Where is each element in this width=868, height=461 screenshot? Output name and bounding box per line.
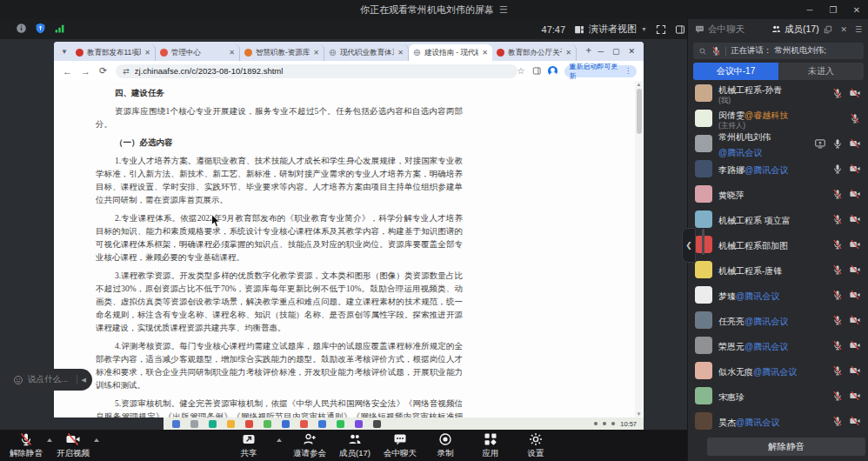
camera-off-icon[interactable] — [850, 416, 860, 426]
taskbar-app-icon[interactable] — [209, 420, 217, 428]
address-bar[interactable]: ⇄ zj.chinaafse.cn/c/2023-08-10/1892.shtm… — [116, 64, 517, 78]
browser-profile-icon[interactable] — [548, 66, 557, 76]
muted-mic-icon[interactable] — [850, 113, 860, 124]
camera-off-icon[interactable] — [850, 189, 860, 199]
taskbar-app-icon[interactable] — [318, 420, 326, 428]
title-menu-icon[interactable]: ☰ — [499, 4, 508, 16]
taskbar-app-icon[interactable] — [282, 420, 290, 428]
tab-chat[interactable]: 会中聊天 — [695, 23, 744, 36]
tab-members[interactable]: 成员(17) — [771, 23, 819, 36]
camera-off-icon[interactable] — [850, 264, 860, 275]
protection-shield-icon[interactable] — [35, 23, 46, 34]
unmute-button[interactable]: 解除静音 — [707, 438, 865, 456]
participant-row[interactable]: 机械工程系-唐锋 — [688, 257, 868, 282]
apps-button[interactable]: 应用 — [473, 431, 508, 459]
chat-button[interactable]: 会中聊天 — [383, 431, 417, 459]
taskbar-app-icon[interactable] — [264, 420, 271, 428]
view-mode-selector[interactable]: 演讲者视图 ▼ — [574, 23, 647, 36]
fullscreen-icon[interactable] — [656, 24, 666, 35]
tab-close-icon[interactable]: ✕ — [397, 49, 404, 57]
tab-close-icon[interactable]: ✕ — [144, 49, 150, 57]
taskbar-app-icon[interactable] — [245, 420, 253, 428]
camera-off-icon[interactable] — [850, 340, 860, 351]
share-button[interactable]: 共享 — [231, 431, 266, 459]
taskbar-app-icon[interactable] — [172, 420, 180, 428]
page-scrollbar[interactable]: ▲ ▼ — [635, 81, 643, 418]
maximize-button[interactable]: ❐ — [825, 5, 841, 15]
message-placeholder[interactable]: 说点什么... — [28, 374, 68, 385]
tab-close-icon[interactable]: ✕ — [482, 49, 488, 57]
participant-row[interactable]: 李路娜@腾讯会议 — [688, 156, 868, 181]
scroll-down-icon[interactable]: ▼ — [635, 411, 643, 417]
taskbar-app-icon[interactable] — [300, 420, 308, 428]
tab-search-chevron-icon[interactable]: ▼ — [61, 48, 68, 56]
members-button[interactable]: 成员(17) — [337, 431, 372, 459]
muted-mic-icon[interactable] — [832, 239, 843, 250]
tab-not-joined[interactable]: 未进入 — [778, 63, 864, 80]
tab-close-icon[interactable]: ✕ — [229, 49, 235, 57]
camera-off-icon[interactable] — [850, 138, 860, 149]
camera-off-icon[interactable] — [850, 88, 860, 98]
record-button[interactable]: 录制 — [428, 431, 463, 459]
camera-off-icon[interactable] — [850, 315, 860, 325]
search-icon[interactable] — [698, 47, 707, 56]
taskbar-app-icon[interactable] — [190, 420, 198, 428]
chrome-update-chip[interactable]: 重新启动即可更新 ⋮ — [564, 65, 638, 77]
muted-mic-icon[interactable] — [832, 315, 843, 325]
close-button[interactable]: ✕ — [849, 5, 865, 15]
kebab-menu-icon[interactable]: ⋮ — [624, 67, 631, 75]
reload-icon[interactable]: ⟳ — [99, 65, 107, 77]
camera-off-icon[interactable] — [850, 290, 860, 300]
meeting-info-icon[interactable] — [16, 23, 27, 34]
participant-row[interactable]: 宋惠珍 — [688, 383, 868, 408]
participant-row[interactable]: 梦臻@腾讯会议 — [688, 282, 868, 307]
quick-message-bubble[interactable]: 说点什么... ◀ — [7, 369, 92, 391]
muted-mic-icon[interactable] — [832, 189, 843, 199]
muted-mic-icon[interactable] — [832, 391, 843, 401]
browser-tab[interactable]: 管理中心 ✕ — [156, 44, 240, 61]
camera-off-icon[interactable] — [850, 239, 860, 250]
panel-collapse-handle[interactable]: ❮ — [682, 228, 696, 263]
participant-row[interactable]: 常州机电刘伟@腾讯会议 — [688, 130, 868, 156]
bookmark-star-icon[interactable]: ☆ — [517, 66, 525, 76]
participant-row[interactable]: 任亮亮@腾讯会议 — [688, 307, 868, 332]
site-settings-icon[interactable]: ⇄ — [123, 67, 130, 76]
muted-mic-icon[interactable] — [832, 264, 843, 275]
browser-close-button[interactable]: ✕ — [628, 47, 635, 56]
camera-off-icon[interactable] — [850, 214, 860, 224]
browser-tab[interactable]: 智慧职教-资源库 ✕ — [240, 44, 324, 61]
settings-button[interactable]: 设置 — [518, 431, 553, 459]
panel-close-icon[interactable]: ✕ — [840, 25, 847, 34]
browser-tab[interactable]: 教育部发布11项现代职 ✕ — [71, 44, 156, 61]
collapse-left-icon[interactable]: ◀ — [82, 377, 86, 384]
camera-off-icon[interactable] — [850, 164, 860, 174]
tab-in-meeting[interactable]: 会议中-17 — [693, 63, 778, 80]
participant-row[interactable]: 机械工程系-孙青 (我) — [688, 80, 868, 105]
options-caret-icon[interactable] — [277, 438, 282, 442]
back-icon[interactable]: ← — [63, 66, 72, 77]
participant-row[interactable]: 闵倩雯@睿越科技 (主持人) — [688, 105, 868, 130]
muted-mic-icon[interactable] — [832, 365, 843, 376]
mic-on-icon[interactable] — [832, 138, 843, 149]
participant-row[interactable]: 机械工程系邵加图 — [688, 231, 868, 257]
panel-menu-icon[interactable]: ☰ — [855, 25, 862, 34]
options-caret-icon[interactable] — [47, 438, 52, 442]
participant-row[interactable]: 黄晓萍 — [688, 181, 868, 206]
muted-mic-icon[interactable] — [832, 340, 843, 351]
taskbar-app-icon[interactable] — [337, 420, 344, 428]
tab-close-icon[interactable]: ✕ — [565, 49, 571, 57]
muted-mic-icon[interactable] — [832, 214, 843, 224]
minimize-button[interactable]: ─ — [802, 5, 818, 15]
scrollbar-thumb[interactable] — [637, 89, 642, 134]
camera-off-icon[interactable] — [850, 391, 860, 401]
scroll-up-icon[interactable]: ▲ — [635, 82, 643, 87]
tab-close-icon[interactable]: ✕ — [313, 49, 319, 57]
muted-mic-icon[interactable] — [832, 416, 843, 426]
taskbar-app-icon[interactable] — [355, 420, 363, 428]
participant-row[interactable]: 机械工程系 项立富 — [688, 206, 868, 231]
network-signal-icon[interactable] — [54, 23, 65, 34]
muted-mic-icon[interactable] — [832, 88, 843, 98]
cam-off-button[interactable]: 开启视频 — [56, 431, 90, 459]
browser-tab[interactable]: 教育部办公厅关于做好 ✕ — [492, 44, 577, 61]
panel-scrollbar-thumb[interactable] — [702, 229, 704, 255]
